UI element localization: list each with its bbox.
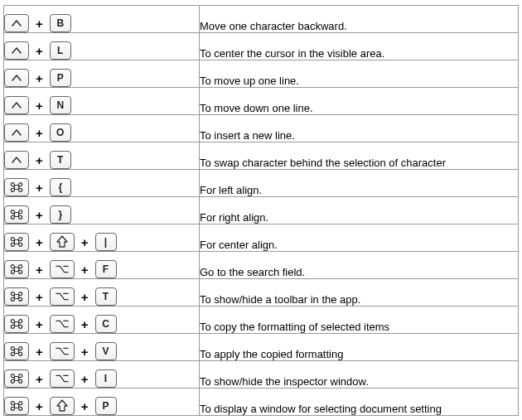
control-key-icon [4, 123, 29, 142]
shortcut-description: To move up one line. [200, 60, 519, 88]
shortcut-description: For center align. [200, 224, 519, 252]
option-key-icon [50, 315, 75, 333]
control-key-icon [4, 151, 29, 169]
command-key-icon [4, 233, 29, 251]
shift-key-icon [50, 397, 75, 415]
shortcut-keys-cell: ++P [4, 389, 200, 416]
key-n: N [50, 96, 71, 114]
table-row: ++FGo to the search field. [4, 252, 519, 279]
table-row: ++PTo display a window for selecting doc… [4, 389, 519, 416]
plus-icon: + [34, 263, 45, 276]
plus-icon: + [34, 17, 45, 30]
shortcut-keys-cell: +N [4, 88, 200, 115]
plus-icon: + [34, 236, 45, 249]
table-row: ++TTo show/hide a toolbar in the app. [4, 279, 519, 307]
plus-icon: + [34, 45, 45, 57]
plus-icon: + [34, 72, 45, 84]
control-key-icon [4, 14, 29, 32]
shortcut-description: For right align. [200, 197, 519, 224]
table-row: +{For left align. [4, 170, 519, 197]
table-row: ++VTo apply the copied formatting [4, 334, 519, 361]
shortcut-keys-cell: +O [4, 115, 200, 142]
shortcut-description: To apply the copied formatting [200, 334, 519, 361]
table-row: +OTo insert a new line. [4, 115, 519, 142]
plus-icon: + [80, 263, 90, 276]
shift-key-icon [50, 233, 75, 251]
option-key-icon [50, 369, 75, 388]
shortcut-description: Go to the search field. [200, 252, 519, 279]
shortcut-keys-cell: +P [4, 60, 200, 88]
table-row: +BMove one character backward. [4, 6, 519, 33]
shortcut-description: To display a window for selecting docume… [200, 389, 519, 416]
key-p: P [50, 69, 71, 87]
shortcut-table-body: +BMove one character backward.+LTo cente… [4, 6, 519, 416]
shortcut-keys-cell: +T [4, 142, 200, 170]
plus-icon: + [34, 127, 45, 139]
plus-icon: + [34, 181, 45, 194]
key-p: P [95, 397, 117, 415]
plus-icon: + [34, 400, 45, 413]
plus-icon: + [80, 236, 90, 249]
command-key-icon [4, 260, 29, 278]
shortcut-description: To show/hide the inspector window. [200, 361, 519, 389]
plus-icon: + [34, 209, 45, 221]
table-row: +PTo move up one line. [4, 60, 519, 88]
shortcut-description: To swap character behind the selection o… [200, 142, 519, 170]
plus-icon: + [80, 400, 90, 413]
shortcut-keys-cell: +} [4, 197, 200, 224]
plus-icon: + [34, 291, 45, 303]
table-row: +NTo move down one line. [4, 88, 519, 115]
shortcut-description: For left align. [200, 170, 519, 197]
key-}: } [50, 205, 71, 224]
shortcut-description: To center the cursor in the visible area… [200, 33, 519, 60]
shortcut-keys-cell: ++| [4, 224, 200, 252]
option-key-icon [50, 287, 75, 306]
shortcut-description: Move one character backward. [200, 6, 519, 33]
control-key-icon [4, 41, 29, 60]
key-b: B [50, 14, 71, 32]
plus-icon: + [80, 373, 90, 385]
shortcut-description: To show/hide a toolbar in the app. [200, 279, 519, 307]
key-t: T [95, 287, 117, 306]
table-row: ++ITo show/hide the inspector window. [4, 361, 519, 389]
command-key-icon [4, 178, 29, 196]
command-key-icon [4, 369, 29, 388]
command-key-icon [4, 342, 29, 360]
plus-icon: + [34, 154, 45, 167]
shortcut-description: To copy the formatting of selected items [200, 307, 519, 334]
command-key-icon [4, 287, 29, 306]
command-key-icon [4, 315, 29, 333]
shortcut-keys-cell: +B [4, 6, 200, 33]
key-c: C [95, 315, 117, 333]
plus-icon: + [80, 345, 90, 358]
key-v: V [95, 342, 117, 360]
shortcut-description: To move down one line. [200, 88, 519, 115]
key-t: T [50, 151, 71, 169]
shortcut-keys-cell: ++I [4, 361, 200, 389]
key-i: I [95, 369, 117, 388]
option-key-icon [50, 260, 75, 278]
table-row: +TTo swap character behind the selection… [4, 142, 519, 170]
control-key-icon [4, 96, 29, 114]
key-l: L [50, 41, 71, 60]
shortcut-keys-cell: ++F [4, 252, 200, 279]
key-|: | [95, 233, 117, 251]
shortcut-description: To insert a new line. [200, 115, 519, 142]
key-o: O [50, 123, 71, 142]
plus-icon: + [34, 99, 45, 112]
option-key-icon [50, 342, 75, 360]
shortcut-keys-cell: +L [4, 33, 200, 60]
plus-icon: + [80, 318, 90, 331]
table-row: +}For right align. [4, 197, 519, 224]
control-key-icon [4, 69, 29, 87]
plus-icon: + [80, 291, 90, 303]
plus-icon: + [34, 318, 45, 331]
command-key-icon [4, 397, 29, 415]
key-{: { [50, 178, 71, 196]
shortcut-keys-cell: ++T [4, 279, 200, 307]
plus-icon: + [34, 373, 45, 385]
key-f: F [95, 260, 117, 278]
command-key-icon [4, 205, 29, 224]
shortcut-keys-cell: ++C [4, 307, 200, 334]
shortcut-keys-cell: +{ [4, 170, 200, 197]
